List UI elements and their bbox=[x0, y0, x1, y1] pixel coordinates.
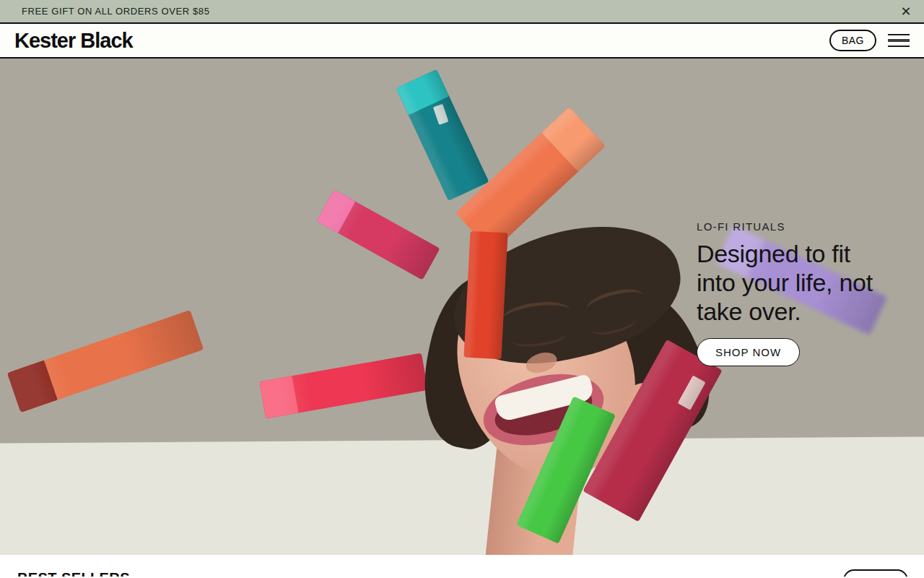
header-actions: BAG bbox=[829, 30, 910, 51]
section-pill-button[interactable] bbox=[843, 569, 908, 577]
hero-section: LO-FI RITUALS Designed to fit into your … bbox=[0, 59, 924, 555]
bag-button[interactable]: BAG bbox=[829, 30, 876, 51]
site-header: Kester Black BAG bbox=[0, 24, 924, 59]
logo[interactable]: Kester Black bbox=[14, 29, 133, 53]
promo-banner-text: FREE GIFT ON ALL ORDERS OVER $85 bbox=[0, 6, 210, 17]
polish-box-red bbox=[463, 231, 507, 359]
hero-copy: LO-FI RITUALS Designed to fit into your … bbox=[697, 220, 906, 366]
hero-eyebrow: LO-FI RITUALS bbox=[697, 220, 906, 233]
promo-banner: FREE GIFT ON ALL ORDERS OVER $85 ✕ bbox=[0, 0, 924, 24]
hamburger-menu-icon[interactable] bbox=[888, 33, 910, 48]
close-icon[interactable]: ✕ bbox=[897, 2, 915, 21]
shop-now-button[interactable]: SHOP NOW bbox=[697, 338, 800, 366]
section-title-best-sellers: BEST SELLERS bbox=[17, 570, 130, 577]
best-sellers-section: BEST SELLERS bbox=[0, 555, 924, 577]
hero-heading: Designed to fit into your life, not take… bbox=[697, 239, 906, 326]
